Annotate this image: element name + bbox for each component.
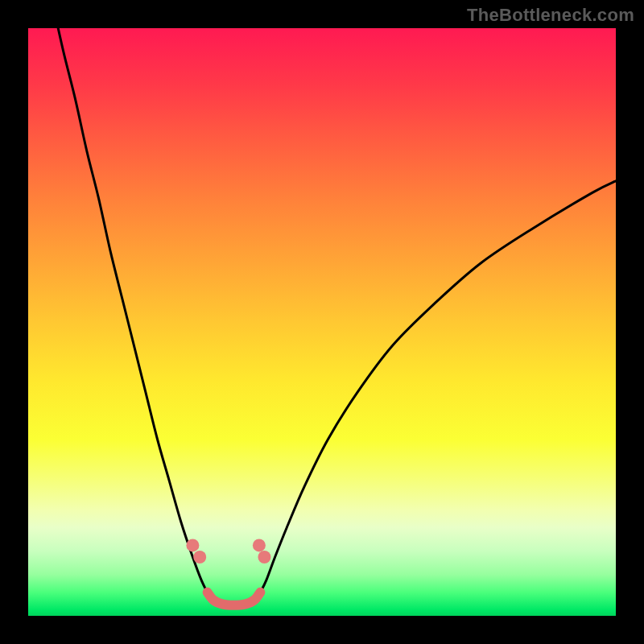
- curve-right-branch: [260, 181, 616, 592]
- watermark-text: TheBottleneck.com: [467, 5, 634, 26]
- curve-marker: [253, 539, 266, 551]
- valley-markers: [186, 539, 270, 564]
- curve-left-branch: [52, 28, 207, 592]
- plot-area: [28, 28, 616, 616]
- curve-marker: [186, 539, 199, 551]
- curve-layer: [28, 28, 616, 616]
- curve-marker: [258, 551, 270, 564]
- curve-marker: [193, 551, 206, 564]
- chart-frame: TheBottleneck.com: [0, 0, 644, 644]
- valley-signature-stroke: [208, 592, 261, 605]
